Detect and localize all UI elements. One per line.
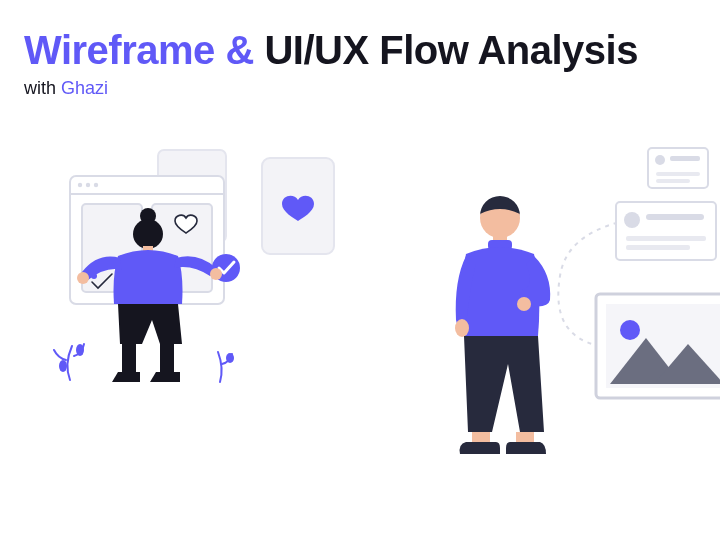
svg-point-12: [226, 353, 234, 363]
svg-rect-37: [626, 245, 690, 250]
svg-point-29: [655, 155, 665, 165]
svg-point-17: [210, 268, 222, 280]
svg-rect-35: [646, 214, 704, 220]
svg-rect-31: [656, 172, 700, 176]
svg-point-11: [76, 344, 84, 356]
svg-rect-27: [516, 432, 534, 442]
illustration-person: [455, 196, 550, 454]
svg-point-3: [78, 183, 82, 187]
illustration-designer: [54, 150, 240, 382]
svg-rect-18: [122, 342, 136, 372]
sun-icon: [620, 320, 640, 340]
svg-point-16: [77, 272, 89, 284]
svg-point-25: [517, 297, 531, 311]
svg-rect-26: [472, 432, 490, 442]
wireframe-stack: [558, 148, 720, 398]
svg-rect-33: [616, 202, 716, 260]
illustration-scene: [0, 0, 720, 540]
svg-point-34: [624, 212, 640, 228]
svg-rect-19: [160, 342, 174, 372]
svg-point-4: [86, 183, 90, 187]
svg-rect-36: [626, 236, 706, 241]
image-placeholder-card: [596, 294, 720, 398]
svg-point-5: [94, 183, 98, 187]
svg-point-14: [133, 219, 163, 249]
svg-rect-30: [670, 156, 700, 161]
svg-rect-32: [656, 179, 690, 183]
svg-point-24: [455, 319, 469, 337]
svg-point-10: [59, 360, 67, 372]
card-favorite: [262, 158, 334, 254]
